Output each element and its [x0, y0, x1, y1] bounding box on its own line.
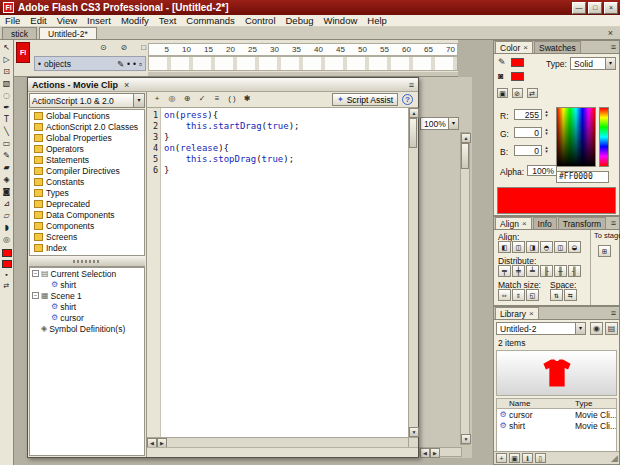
toolbox-item[interactable]: Operators [30, 143, 144, 154]
menu-commands[interactable]: Commands [181, 15, 240, 26]
tab-transform[interactable]: Transform [558, 217, 606, 229]
toolbox-item[interactable]: Compiler Directives [30, 165, 144, 176]
distribute-left-button[interactable]: ╟ [540, 265, 553, 277]
toolbox-item[interactable]: Global Functions [30, 110, 144, 121]
tab-info[interactable]: Info [533, 217, 557, 229]
panel-splitter[interactable] [29, 256, 145, 267]
close-document-icon[interactable]: × [605, 27, 616, 39]
menu-file[interactable]: File [0, 15, 25, 26]
fill-type-select[interactable]: Solid ▾ [570, 57, 616, 70]
column-name[interactable]: Name [497, 399, 575, 408]
insert-target-path-icon[interactable]: ⊕ [180, 93, 194, 106]
chevron-down-icon[interactable]: ▾ [448, 118, 458, 129]
stage-vertical-scrollbar[interactable]: ▲ ▼ [460, 132, 470, 445]
scrollbar-track[interactable] [167, 438, 408, 447]
paint-bucket-icon[interactable]: ◙ [498, 71, 503, 81]
new-folder-button[interactable]: ▣ [509, 453, 520, 463]
scroll-left-icon[interactable]: ◀ [420, 448, 430, 458]
default-colors-icon[interactable]: ▪ [5, 270, 7, 279]
auto-format-icon[interactable]: ≡ [210, 93, 224, 106]
tab-swatches[interactable]: Swatches [534, 41, 581, 53]
distribute-v-center-button[interactable]: ╪ [512, 265, 525, 277]
color-spectrum-picker[interactable] [556, 107, 596, 167]
match-width-button[interactable]: ⇔ [498, 289, 511, 301]
navigator-item[interactable]: ⚙cursor [30, 312, 144, 323]
chevron-down-icon[interactable]: ▾ [605, 58, 615, 69]
to-stage-button[interactable]: ⊞ [598, 245, 611, 257]
hex-color-input[interactable]: #FF0000 [556, 171, 609, 183]
swap-colors-icon[interactable]: ⇄ [527, 88, 538, 98]
blue-stepper[interactable]: ▴▾ [543, 145, 550, 153]
tab-library[interactable]: Library × [495, 307, 539, 319]
navigator-item[interactable]: ⚙shirt [30, 279, 144, 290]
scroll-right-icon[interactable]: ▶ [430, 448, 440, 458]
menu-help[interactable]: Help [362, 15, 392, 26]
scroll-down-icon[interactable]: ▼ [461, 434, 471, 444]
align-bottom-button[interactable]: ◒ [568, 241, 581, 253]
menu-edit[interactable]: Edit [25, 15, 51, 26]
toolbox-item[interactable]: Screens [30, 231, 144, 242]
space-vertical-button[interactable]: ⇅ [550, 289, 563, 301]
scrollbar-thumb[interactable] [409, 118, 417, 148]
close-icon[interactable]: × [523, 42, 528, 53]
menu-control[interactable]: Control [240, 15, 281, 26]
library-item-cursor[interactable]: ⚙cursorMovie Cli... [497, 409, 616, 420]
layer-outline-swatch[interactable]: ▫ [139, 59, 142, 69]
layer-lock-dot[interactable]: • [133, 59, 136, 69]
menu-view[interactable]: View [52, 15, 82, 26]
align-right-button[interactable]: ◨ [526, 241, 539, 253]
distribute-h-center-button[interactable]: ╫ [554, 265, 567, 277]
fill-color-chip[interactable] [511, 72, 524, 81]
hand-tool-icon[interactable]: ◗ [1, 222, 13, 234]
column-type[interactable]: Type [575, 399, 616, 408]
help-icon[interactable]: ? [402, 94, 413, 105]
actions-panel-header[interactable]: Actions - Movie Clip × ≡ [28, 78, 418, 92]
hue-slider[interactable] [599, 107, 609, 167]
navigator-item[interactable]: −▤Current Selection [30, 268, 144, 279]
document-tab-stick[interactable]: stick [2, 27, 37, 39]
align-top-button[interactable]: ◓ [540, 241, 553, 253]
scroll-up-icon[interactable]: ▲ [461, 133, 471, 143]
panel-menu-icon[interactable]: ≡ [611, 217, 619, 229]
distribute-top-button[interactable]: ╤ [498, 265, 511, 277]
script-horizontal-scrollbar[interactable]: ◀ ▶ [147, 437, 418, 447]
gradient-transform-tool-icon[interactable]: ▧ [1, 78, 13, 90]
toolbox-item[interactable]: Statements [30, 154, 144, 165]
pencil-tool-icon[interactable]: ✎ [1, 150, 13, 162]
match-height-button[interactable]: ⇕ [512, 289, 525, 301]
pen-tool-icon[interactable]: ✒ [1, 102, 13, 114]
panel-menu-icon[interactable]: ≡ [611, 41, 619, 53]
script-editor[interactable]: on(press){ this.startDrag(true);}on(rele… [161, 108, 408, 437]
close-icon[interactable]: × [529, 308, 534, 319]
black-white-icon[interactable]: ▣ [497, 88, 508, 98]
close-icon[interactable]: × [522, 218, 527, 229]
new-symbol-button[interactable]: + [496, 453, 507, 463]
layer-name[interactable]: objects [44, 59, 114, 69]
align-v-center-button[interactable]: ◫ [554, 241, 567, 253]
red-stepper[interactable]: ▴▾ [543, 109, 550, 117]
library-document-select[interactable]: Untitled-2 ▾ [496, 322, 586, 335]
menu-text[interactable]: Text [154, 15, 181, 26]
panel-menu-icon[interactable]: ≡ [611, 307, 619, 319]
stroke-pencil-icon[interactable]: ✎ [498, 57, 506, 67]
red-value-input[interactable]: 255 [514, 109, 542, 120]
script-vertical-scrollbar[interactable]: ▲ ▼ [408, 108, 418, 437]
delete-button[interactable]: ▯ [535, 453, 546, 463]
ink-bottle-tool-icon[interactable]: ◈ [1, 174, 13, 186]
document-tab-untitled2[interactable]: Untitled-2* [39, 27, 97, 39]
close-button[interactable]: × [604, 2, 618, 14]
expander-icon[interactable]: − [32, 270, 39, 277]
resize-grip-icon[interactable]: ◢ [611, 453, 618, 463]
space-horizontal-button[interactable]: ⇆ [564, 289, 577, 301]
minimize-button[interactable]: — [572, 2, 586, 14]
brush-tool-icon[interactable]: ▰ [1, 162, 13, 174]
no-color-icon[interactable]: ⊘ [512, 88, 523, 98]
layer-visible-dot[interactable]: • [127, 59, 130, 69]
menu-debug[interactable]: Debug [281, 15, 319, 26]
show-code-hint-icon[interactable]: ( ) [225, 93, 239, 106]
debug-options-icon[interactable]: ✱ [240, 93, 254, 106]
green-value-input[interactable]: 0 [514, 127, 542, 138]
swap-colors-icon[interactable]: ⇄ [4, 281, 10, 290]
zoom-tool-icon[interactable]: ◎ [1, 234, 13, 246]
paint-bucket-tool-icon[interactable]: ◙ [1, 186, 13, 198]
